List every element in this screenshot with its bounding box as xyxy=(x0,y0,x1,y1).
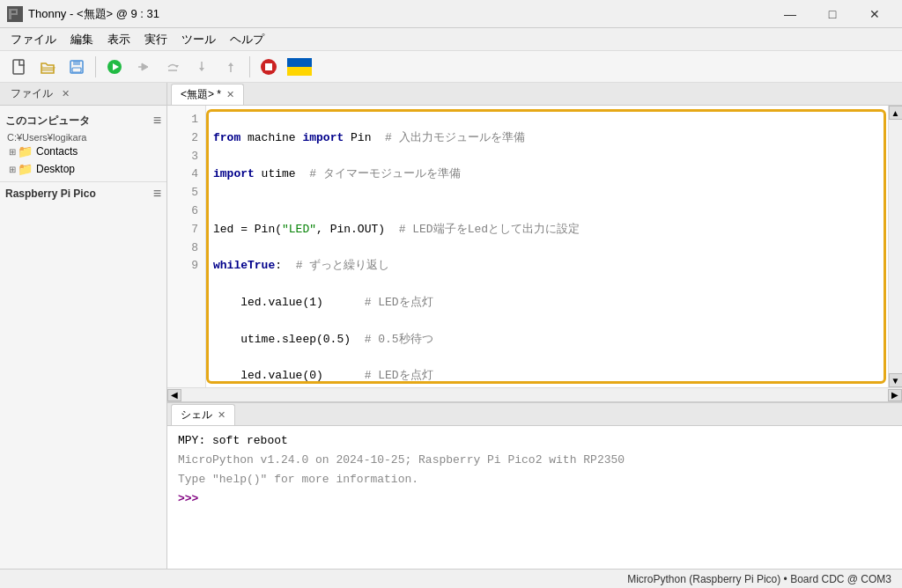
sidebar-item-desktop[interactable]: ⊞ 📁 Desktop xyxy=(5,160,161,178)
svg-rect-21 xyxy=(287,67,312,76)
sidebar-scroll-icon[interactable]: ≡ xyxy=(153,113,161,129)
window-title: Thonny - <無題> @ 9 : 31 xyxy=(28,6,770,22)
folder-icon-desktop: 📁 xyxy=(18,162,33,176)
flag-button[interactable] xyxy=(285,55,314,79)
folder-icon-contacts: 📁 xyxy=(18,144,33,158)
line-num-9: 9 xyxy=(167,257,205,276)
shell-micropython-line: MicroPython v1.24.0 on 2024-10-25; Raspb… xyxy=(178,451,891,470)
editor-right-scrollbar[interactable]: ▲ ▼ xyxy=(888,106,902,387)
save-file-button[interactable] xyxy=(63,55,90,79)
sidebar-tab-bar: ファイル ✕ xyxy=(0,83,166,106)
sidebar-computer-label: このコンピュータ xyxy=(5,114,90,129)
toolbar xyxy=(0,51,902,83)
line-num-7: 7 xyxy=(167,221,205,239)
shell-tab[interactable]: シェル ✕ xyxy=(171,404,235,425)
scroll-down-arrow[interactable]: ▼ xyxy=(889,373,903,387)
menu-run[interactable]: 実行 xyxy=(137,30,174,49)
code-line-2: import utime # タイマーモジュールを準備 xyxy=(213,165,881,184)
shell-tab-close-icon[interactable]: ✕ xyxy=(218,409,226,421)
code-line-7: utime.sleep(0.5) # 0.5秒待つ xyxy=(213,331,881,349)
sidebar-pico-scroll-icon[interactable]: ≡ xyxy=(153,186,161,202)
status-text: MicroPython (Raspberry Pi Pico) • Board … xyxy=(627,573,891,585)
expand-icon-contacts: ⊞ xyxy=(9,147,16,157)
svg-marker-10 xyxy=(142,63,148,70)
code-line-8: led.value(0) # LEDを点灯 xyxy=(213,367,881,386)
shell-reboot-line: MPY: soft reboot xyxy=(178,431,891,451)
editor-tab-untitled[interactable]: <無題> * ✕ xyxy=(171,84,244,105)
svg-rect-7 xyxy=(72,68,81,72)
svg-rect-3 xyxy=(16,9,18,15)
svg-rect-4 xyxy=(13,60,24,74)
toolbar-separator-2 xyxy=(249,56,250,77)
debug-button[interactable] xyxy=(130,55,157,79)
scroll-right-arrow[interactable]: ▶ xyxy=(888,389,902,401)
editor-tab-close-icon[interactable]: ✕ xyxy=(226,89,234,100)
step-over-button[interactable] xyxy=(159,55,186,79)
menu-file[interactable]: ファイル xyxy=(4,30,63,49)
app-icon xyxy=(7,6,23,22)
editor-tab-bar: <無題> * ✕ xyxy=(167,83,902,106)
minimize-button[interactable]: — xyxy=(770,0,810,28)
sidebar-pico-section: Raspberry Pi Pico ≡ xyxy=(0,182,166,205)
toolbar-separator-1 xyxy=(95,56,96,77)
run-button[interactable] xyxy=(101,55,128,79)
line-num-2: 2 xyxy=(167,129,205,148)
shell-content[interactable]: MPY: soft reboot MicroPython v1.24.0 on … xyxy=(167,426,902,569)
line-num-4: 4 xyxy=(167,165,205,184)
maximize-button[interactable]: □ xyxy=(812,0,853,28)
sidebar-contacts-label: Contacts xyxy=(36,145,78,158)
sidebar: ファイル ✕ このコンピュータ ≡ C:¥Users¥logikara ⊞ 📁 … xyxy=(0,83,167,569)
sidebar-computer-section: このコンピュータ ≡ C:¥Users¥logikara ⊞ 📁 Contact… xyxy=(0,106,166,182)
title-bar: Thonny - <無題> @ 9 : 31 — □ ✕ xyxy=(0,0,902,28)
svg-rect-20 xyxy=(287,58,312,67)
sidebar-computer-path: C:¥Users¥logikara xyxy=(5,132,161,143)
scroll-left-arrow[interactable]: ◀ xyxy=(167,389,181,401)
new-file-button[interactable] xyxy=(5,55,32,79)
sidebar-tab-close[interactable]: ✕ xyxy=(62,88,70,99)
svg-marker-15 xyxy=(199,68,204,71)
shell-area: シェル ✕ MPY: soft reboot MicroPython v1.24… xyxy=(167,401,902,569)
close-button[interactable]: ✕ xyxy=(854,0,895,28)
line-num-5: 5 xyxy=(167,184,205,202)
line-numbers: 1 2 3 4 5 6 7 8 9 xyxy=(167,106,206,387)
sidebar-pico-label: Raspberry Pi Pico xyxy=(5,187,96,200)
code-editor[interactable]: 1 2 3 4 5 6 7 8 9 from machine import Pi… xyxy=(167,106,902,387)
svg-rect-19 xyxy=(265,63,272,70)
menu-tools[interactable]: ツール xyxy=(174,30,223,49)
shell-tab-label: シェル xyxy=(181,408,212,423)
editor-horizontal-scrollbar[interactable]: ◀ ▶ xyxy=(167,387,902,401)
sidebar-computer-header: このコンピュータ ≡ xyxy=(5,109,161,132)
menu-edit[interactable]: 編集 xyxy=(63,30,100,49)
svg-marker-17 xyxy=(228,62,233,66)
scroll-up-arrow[interactable]: ▲ xyxy=(889,106,903,120)
code-line-5: while True: # ずっと繰り返し xyxy=(213,257,881,276)
step-into-button[interactable] xyxy=(189,55,215,79)
window-controls: — □ ✕ xyxy=(770,0,895,28)
main-container: ファイル ✕ このコンピュータ ≡ C:¥Users¥logikara ⊞ 📁 … xyxy=(0,83,902,569)
svg-rect-6 xyxy=(73,61,80,65)
sidebar-item-contacts[interactable]: ⊞ 📁 Contacts xyxy=(5,143,161,160)
shell-prompt-line: >>> xyxy=(178,489,891,509)
editor-tab-label: <無題> * xyxy=(181,87,221,102)
line-num-3: 3 xyxy=(167,148,205,166)
menu-help[interactable]: ヘルプ xyxy=(223,30,271,49)
expand-icon-desktop: ⊞ xyxy=(9,165,16,174)
menu-bar: ファイル 編集 表示 実行 ツール ヘルプ xyxy=(0,28,902,51)
code-line-4: led = Pin("LED", Pin.OUT) # LED端子をLedとして… xyxy=(213,221,881,239)
line-num-1: 1 xyxy=(167,111,205,129)
stop-button[interactable] xyxy=(255,55,282,79)
step-out-button[interactable] xyxy=(218,55,244,79)
menu-view[interactable]: 表示 xyxy=(100,30,137,49)
status-bar: MicroPython (Raspberry Pi Pico) • Board … xyxy=(0,569,902,588)
line-num-6: 6 xyxy=(167,202,205,221)
sidebar-desktop-label: Desktop xyxy=(36,163,75,175)
editor-area: <無題> * ✕ 1 2 3 4 5 6 7 8 9 from machine … xyxy=(167,83,902,569)
line-num-8: 8 xyxy=(167,239,205,258)
code-content[interactable]: from machine import Pin # 入出力モジュールを準備 im… xyxy=(206,106,888,387)
sidebar-tab-files[interactable]: ファイル xyxy=(5,85,58,103)
open-file-button[interactable] xyxy=(34,55,61,79)
code-line-1: from machine import Pin # 入出力モジュールを準備 xyxy=(213,129,881,148)
shell-help-line: Type "help()" for more information. xyxy=(178,470,891,489)
scroll-track xyxy=(889,120,902,373)
shell-tab-bar: シェル ✕ xyxy=(167,403,902,426)
